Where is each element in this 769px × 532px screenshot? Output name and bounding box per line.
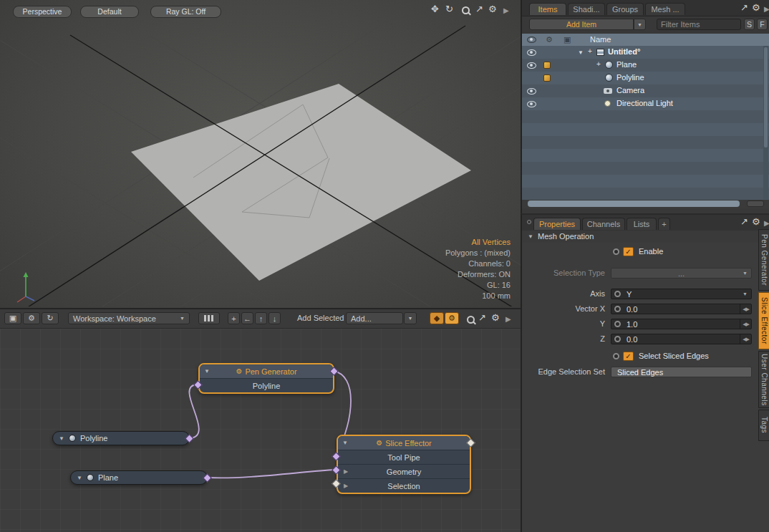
item-label[interactable]: Directional Light (616, 99, 673, 107)
perspective-button[interactable]: Perspective (13, 6, 72, 18)
item-label[interactable]: Camera (616, 86, 644, 95)
add-item-button[interactable]: Add Item (529, 19, 634, 30)
meshop-badge-icon[interactable] (543, 62, 551, 69)
row-expand-arrow-icon[interactable]: ▶ (344, 468, 348, 475)
meshop-badge-icon[interactable] (543, 74, 551, 82)
node-pen-generator-row-polyline[interactable]: Polyline (200, 378, 333, 392)
collapse-arrow-icon[interactable]: ▼ (204, 368, 210, 374)
expand-arrow-icon[interactable]: ▼ (578, 49, 584, 56)
enable-checkbox[interactable]: ✓ (623, 247, 634, 256)
filter-button[interactable]: F (757, 19, 768, 30)
filter-items-input[interactable] (657, 19, 741, 30)
overlay-diamond-icon[interactable]: ◆ (430, 312, 444, 324)
table-row-directional-light[interactable]: Directional Light (522, 97, 769, 110)
scrollbar-thumb[interactable] (528, 200, 740, 207)
items-maximize-icon[interactable]: ↗ (740, 3, 748, 12)
stepper-arrows-icon[interactable]: ◀▶ (740, 304, 749, 314)
select-button[interactable]: S (744, 19, 755, 30)
tab-shading[interactable]: Shadi... (568, 3, 605, 15)
table-row-polyline[interactable]: Polyline (522, 72, 769, 84)
schematic-palette-icon[interactable]: ▣ (4, 312, 21, 324)
schematic-canvas[interactable] (0, 329, 521, 532)
collapse-arrow-icon[interactable]: ▼ (77, 475, 82, 481)
node-slice-effector-row-selection[interactable]: ▶ Selection (338, 478, 470, 493)
eye-icon[interactable] (527, 88, 536, 95)
scrollbar-corner-button[interactable] (747, 200, 764, 207)
properties-gear-icon[interactable]: ⚙ (752, 217, 760, 226)
eye-icon[interactable] (527, 49, 536, 56)
layout-grid-button[interactable] (198, 312, 220, 324)
ray-gl-button[interactable]: Ray GL: Off (150, 6, 221, 18)
vector-y-field[interactable]: 1.0 ◀▶ (611, 319, 752, 329)
channel-ring-icon[interactable] (614, 291, 621, 297)
snap-button[interactable]: + (228, 312, 240, 324)
item-label[interactable]: Polyline (616, 73, 644, 82)
items-menu-arrow-icon[interactable]: ▶ (764, 4, 769, 14)
tab-items[interactable]: Items (529, 3, 566, 15)
side-tab-user-channels[interactable]: User Channels (758, 351, 769, 408)
node-polyline[interactable]: ▼ Polyline (52, 431, 190, 445)
schematic-menu-arrow-icon[interactable]: ▶ (506, 314, 511, 324)
node-pen-generator[interactable]: ▼ ⚙ Pen Generator Polyline (198, 363, 334, 394)
side-tab-slice-effector[interactable]: Slice Effector (758, 292, 769, 349)
node-slice-effector-row-geometry[interactable]: ▶ Geometry (338, 464, 470, 478)
schematic-settings-gear-icon[interactable]: ⚙ (23, 312, 40, 324)
tab-channels[interactable]: Channels (582, 218, 625, 230)
node-pen-generator-header[interactable]: ▼ ⚙ Pen Generator (200, 364, 333, 378)
table-row-camera[interactable]: Camera (522, 84, 769, 97)
stepper-arrows-icon[interactable]: ◀▶ (740, 334, 749, 344)
table-row-plane[interactable]: + Plane (522, 59, 769, 72)
pan-icon[interactable]: ✥ (431, 4, 439, 14)
tab-groups[interactable]: Groups (606, 3, 644, 15)
viewport-options-gear-icon[interactable]: ⚙ (488, 4, 497, 14)
node-plane[interactable]: ▼ Plane (70, 470, 208, 485)
schematic-maximize-icon[interactable]: ↗ (478, 313, 486, 322)
properties-menu-arrow-icon[interactable]: ▶ (764, 218, 769, 228)
item-list-vertical-scrollbar[interactable] (763, 46, 768, 199)
schematic-gear-icon[interactable]: ⚙ (491, 313, 500, 322)
items-gear-icon[interactable]: ⚙ (752, 3, 760, 12)
vector-z-field[interactable]: 0.0 ◀▶ (611, 334, 752, 344)
stepper-arrows-icon[interactable]: ◀▶ (740, 319, 749, 329)
schematic-refresh-icon[interactable]: ↻ (42, 312, 59, 324)
axis-dropdown[interactable]: Y ▼ (611, 289, 752, 299)
maximize-icon[interactable]: ↗ (475, 4, 483, 14)
collapse-arrow-icon[interactable]: ▼ (59, 435, 64, 442)
node-slice-effector[interactable]: ▼ ⚙ Slice Effector Tool Pipe ▶ Geometry … (337, 435, 471, 494)
workspace-dropdown[interactable]: Workspace: Workspace ▼ (68, 312, 190, 324)
row-expand-arrow-icon[interactable]: ▶ (344, 483, 348, 489)
scrollbar-thumb[interactable] (764, 47, 768, 147)
eye-icon[interactable] (527, 62, 536, 69)
channel-ring-icon[interactable] (614, 336, 621, 342)
node-slice-effector-row-toolpipe[interactable]: Tool Pipe (338, 450, 470, 464)
channel-ring-icon[interactable] (614, 321, 621, 327)
schematic-zoom-icon[interactable] (467, 316, 475, 324)
section-collapse-arrow-icon[interactable]: ▼ (528, 233, 533, 240)
add-selected-button[interactable]: Add Selected (297, 312, 344, 324)
align-up-button[interactable]: ↑ (255, 312, 267, 324)
tab-properties[interactable]: Properties (533, 218, 581, 230)
collapse-arrow-icon[interactable]: ▼ (342, 440, 348, 446)
tab-lists[interactable]: Lists (627, 218, 657, 230)
side-tab-pen-generator[interactable]: Pen Generator (758, 229, 769, 291)
table-row-untitled[interactable]: ▼ + Untitled° (522, 46, 769, 59)
plus-icon[interactable]: + (596, 60, 601, 68)
plus-icon[interactable]: + (588, 47, 592, 55)
channel-ring-icon[interactable] (613, 248, 619, 255)
channel-ring-icon[interactable] (613, 353, 619, 359)
item-list-horizontal-scrollbar[interactable] (522, 200, 769, 208)
side-tab-tags[interactable]: Tags (758, 410, 769, 441)
viewport-3d[interactable]: Perspective Default Ray GL: Off ✥ ↻ ↗ ⚙ … (0, 0, 521, 309)
select-sliced-edges-checkbox[interactable]: ✓ (623, 352, 634, 361)
eye-icon[interactable] (527, 101, 536, 107)
shading-default-button[interactable]: Default (80, 6, 139, 18)
mesh-operation-section-header[interactable]: ▼ Mesh Operation (522, 231, 758, 243)
node-slice-effector-header[interactable]: ▼ ⚙ Slice Effector (338, 436, 470, 450)
add-menu-arrow-button[interactable]: ▼ (404, 312, 417, 324)
item-label[interactable]: Untitled° (608, 47, 640, 56)
align-left-button[interactable]: ← (241, 312, 253, 324)
item-label[interactable]: Plane (616, 60, 637, 69)
tab-add[interactable]: + (658, 218, 670, 230)
edge-selection-set-field[interactable]: Sliced Edges (611, 367, 752, 377)
add-menu-dropdown[interactable]: Add... (346, 312, 403, 324)
